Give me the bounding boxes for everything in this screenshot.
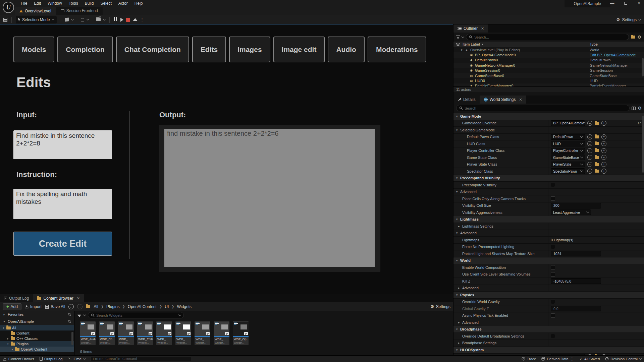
clear-icon[interactable]: + [601,141,606,146]
project-section[interactable]: ▾ OpenAISample [0,318,74,325]
tree-item-all[interactable]: ▾All [0,325,74,330]
expander-icon[interactable]: ▾ [456,115,460,118]
expander-icon[interactable]: ▸ [458,286,462,290]
nav-button-audio[interactable]: Audio [328,37,364,62]
actor-type-link[interactable]: Edit BP_OpenAIGameMode [590,53,636,57]
frame-skip-button[interactable] [120,18,123,22]
dropdown-default-pawn-class[interactable]: DefaultPawn [551,134,585,140]
checkbox[interactable] [551,334,555,338]
unreal-logo-icon[interactable]: U [3,2,14,13]
use-selected-icon[interactable]: ← [587,162,592,167]
close-button[interactable]: × [637,1,641,5]
property-row-enable-world-composition[interactable]: Enable World Composition [453,264,644,271]
browse-icon[interactable] [595,122,599,125]
property-row-place-cells-only-along-camera-tracks[interactable]: Place Cells Only Along Camera Tracks [453,195,644,202]
property-row-precompute-visibility[interactable]: Precompute Visibility [453,182,644,189]
property-row-advanced[interactable]: ▸Advanced [453,285,644,292]
console-command-input[interactable] [91,357,191,361]
value-field-packed-light-and-shadow-map-texture-size[interactable]: 1024 [551,251,601,256]
browse-icon[interactable] [595,142,599,145]
use-selected-icon[interactable]: ← [587,121,592,126]
expander-icon[interactable]: ▾ [456,128,460,132]
search-icon[interactable] [68,320,71,323]
import-button[interactable]: Import [25,304,42,309]
chevron-down-icon[interactable] [71,18,73,20]
column-type[interactable]: Type [590,42,598,46]
outliner-row-overviewlevel-play-in-editor[interactable]: ▾▲OverviewLevel (Play In Editor)World [453,47,644,52]
use-selected-icon[interactable]: ← [587,169,592,174]
clear-icon[interactable]: + [601,148,606,153]
expander-icon[interactable]: ▸ [458,225,462,228]
tree-item-c-classes[interactable]: ▸C++ Classes [0,336,74,341]
outliner-row-hud0[interactable]: ▸▤HUD0HUD [453,78,644,83]
clear-icon[interactable]: + [601,121,606,126]
outliner-row-gamesession0[interactable]: ▸◉GameSession0GameSession [453,68,644,73]
clear-icon[interactable]: + [601,162,606,167]
chevron-icon[interactable]: ▾ [6,343,9,346]
close-icon[interactable]: ✕ [481,26,484,31]
breadcrumb-all[interactable]: All [94,304,98,309]
property-row-visibility-aggressiveness[interactable]: Visibility AggressivenessLeast Aggressiv… [453,209,644,216]
close-icon[interactable]: ✕ [77,296,80,301]
asset-tile-wbp[interactable]: WBP_...Widget... [118,321,134,345]
dropdown-hud-class[interactable]: HUD [551,141,585,146]
asset-tile-wbp-op[interactable]: WBP_Op...Widget... [233,321,249,345]
outliner-search-input[interactable] [474,35,626,39]
chevron-down-icon[interactable] [83,313,86,316]
expander-icon[interactable]: ▾ [456,293,460,297]
cinematics-icon[interactable] [96,18,101,21]
settings-button[interactable]: Settings [622,17,637,22]
tree-scrollbar[interactable] [71,332,73,345]
browse-icon[interactable] [595,149,599,152]
property-row-lightmass-settings[interactable]: ▸Lightmass Settings [453,223,644,230]
eye-icon[interactable] [456,43,460,46]
property-row-hud-class[interactable]: HUD ClassHUD←+ [453,140,644,147]
expander-icon[interactable]: ▸ [458,341,462,345]
nav-button-image-edit[interactable]: Image edit [273,37,325,62]
back-button[interactable]: ← [68,304,74,309]
favorites-section[interactable]: ▸ Favorites [0,311,74,318]
use-selected-icon[interactable]: ← [587,141,592,146]
property-row-player-controller-class[interactable]: Player Controller ClassPlayerController←… [453,147,644,155]
property-row-game-state-class[interactable]: Game State ClassGameStateBase←+ [453,154,644,161]
details-scrollbar[interactable] [642,116,644,173]
expander-icon[interactable]: ▾ [456,348,460,352]
checkbox[interactable] [551,183,555,187]
property-row-force-no-precomputed-lighting[interactable]: Force No Precomputed Lighting [453,244,644,251]
revision-control-button[interactable]: Revision Control [605,357,641,361]
content-browser-settings-button[interactable]: ⚙ Settings [430,304,450,309]
gear-icon[interactable]: ⚙ [638,106,642,111]
display-filter-icon[interactable] [632,107,636,110]
save-all-button[interactable]: Save All [45,304,65,309]
checkbox[interactable] [551,272,555,277]
chevron-down-icon[interactable] [178,313,181,316]
value-field-kill-z[interactable]: -1048575.0 [551,278,601,284]
breadcrumb-openai-content[interactable]: OpenAI Content [128,304,157,309]
value-field-visibility-cell-size[interactable]: 200 [551,203,601,208]
property-row-kill-z[interactable]: Kill Z-1048575.0 [453,278,644,285]
property-row-spectator-class[interactable]: Spectator ClassSpectatorPawn←+ [453,168,644,175]
outliner-row-particleeventmanager0[interactable]: ▸✦ParticleEventManager0ParticleEventMana… [453,83,644,86]
expander-icon[interactable]: ▾ [456,327,460,331]
menu-build[interactable]: Build [82,1,97,6]
save-icon[interactable] [3,18,7,22]
gear-icon[interactable]: ⚙ [637,35,641,40]
dropdown-visibility-aggressiveness[interactable]: Least Aggressive [551,209,591,215]
chevron-down-icon[interactable] [103,18,105,20]
nav-button-models[interactable]: Models [13,37,54,62]
instruction-textbox[interactable]: Fix the spelling and math mistakes [13,189,112,219]
browse-icon[interactable] [595,163,599,166]
clear-icon[interactable]: + [601,169,606,174]
chevron-icon[interactable]: ▾ [2,326,5,329]
close-icon[interactable]: ✕ [519,98,522,102]
menu-window[interactable]: Window [44,1,65,6]
tab-session-frontend[interactable]: Session Frontend [56,7,103,15]
play-options-icon[interactable]: ⋮ [140,17,144,22]
property-row-player-state-class[interactable]: Player State ClassPlayerState←+ [453,161,644,168]
minimize-button[interactable]: — [610,1,614,5]
breadcrumb-plugins[interactable]: Plugins [106,304,119,309]
nav-button-edits[interactable]: Edits [192,37,226,62]
browse-icon[interactable] [595,170,599,173]
asset-tile-wbp[interactable]: WBP_...Widget... [156,321,172,345]
tree-item-plugins[interactable]: ▾Plugins [0,341,74,347]
